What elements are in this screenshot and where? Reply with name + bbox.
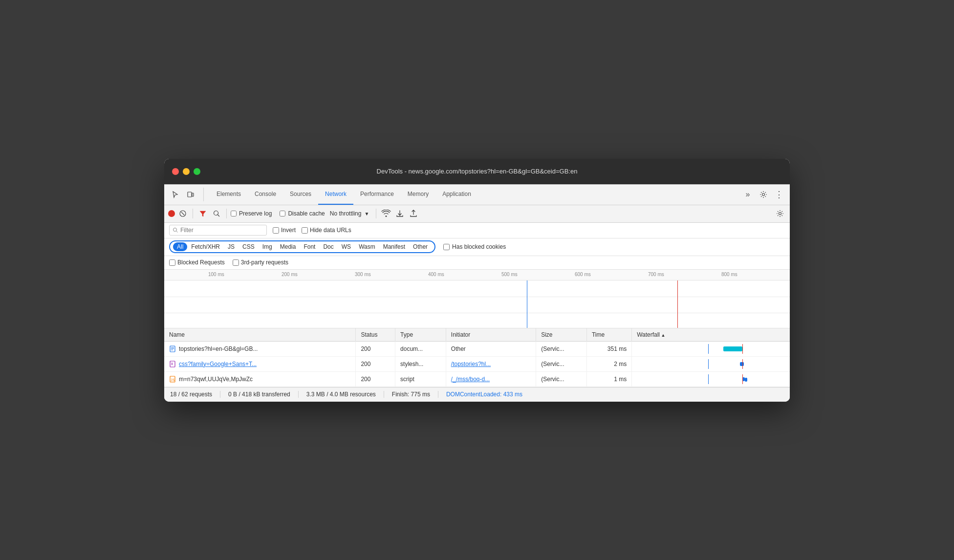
- ruler-tick-8: 800 ms: [721, 272, 737, 277]
- waterfall-cell-1: [637, 344, 764, 354]
- throttle-select[interactable]: No throttling ▼: [327, 209, 372, 218]
- search-icon[interactable]: [211, 208, 222, 219]
- has-blocked-cookies-checkbox[interactable]: [443, 244, 450, 250]
- hide-data-urls-label[interactable]: Hide data URLs: [302, 227, 351, 234]
- preserve-log-label[interactable]: Preserve log: [231, 210, 272, 217]
- disable-cache-checkbox[interactable]: [280, 211, 285, 216]
- window-title: DevTools - news.google.com/topstories?hl…: [377, 168, 578, 175]
- maximize-button[interactable]: [194, 168, 200, 175]
- cursor-icon[interactable]: [168, 188, 182, 201]
- type-btn-fetch-xhr[interactable]: Fetch/XHR: [187, 242, 224, 251]
- more-options-icon[interactable]: ⋮: [772, 188, 786, 201]
- has-blocked-wrap[interactable]: Has blocked cookies: [443, 243, 506, 250]
- type-btn-manifest[interactable]: Manifest: [379, 242, 409, 251]
- type-btn-css[interactable]: CSS: [238, 242, 259, 251]
- row-size-3: (Servic...: [536, 371, 587, 387]
- type-btn-ws[interactable]: WS: [338, 242, 355, 251]
- filter-icon[interactable]: [197, 208, 209, 219]
- filter-input-wrap[interactable]: [169, 225, 267, 236]
- preserve-log-checkbox[interactable]: [231, 211, 237, 216]
- svg-line-4: [181, 212, 184, 215]
- row-size-1: (Servic...: [536, 341, 587, 356]
- more-tabs-icon[interactable]: »: [741, 188, 755, 201]
- record-button[interactable]: [168, 210, 175, 217]
- row-status-2: 200: [356, 356, 395, 371]
- device-toolbar-icon[interactable]: [184, 188, 197, 201]
- third-party-requests-checkbox[interactable]: [233, 259, 239, 266]
- tab-console[interactable]: Console: [248, 184, 283, 205]
- dom-content-loaded-line: [527, 280, 527, 328]
- blocked-requests-checkbox[interactable]: [169, 259, 175, 266]
- tab-performance[interactable]: Performance: [353, 184, 401, 205]
- table-row[interactable]: topstories?hl=en-GB&gl=GB... 200 docum..…: [164, 341, 790, 356]
- svg-point-7: [779, 213, 781, 215]
- svg-rect-0: [188, 192, 192, 197]
- row-initiator-3: /_/mss/boq-d...: [446, 371, 536, 387]
- tab-network[interactable]: Network: [318, 184, 353, 205]
- third-party-requests-label[interactable]: 3rd-party requests: [233, 259, 288, 266]
- tab-elements[interactable]: Elements: [210, 184, 248, 205]
- filter-options: Invert Hide data URLs: [273, 227, 351, 234]
- row-time-3: 1 ms: [586, 371, 631, 387]
- svg-point-2: [762, 194, 765, 196]
- close-button[interactable]: [172, 168, 179, 175]
- col-waterfall[interactable]: Waterfall: [632, 328, 790, 342]
- table-header: Name Status Type Initiator Size Time Wat…: [164, 328, 790, 342]
- col-initiator[interactable]: Initiator: [446, 328, 536, 342]
- tab-bar-icons: [168, 188, 204, 201]
- table-row[interactable]: JS m=n73qwf,UUJqVe,MpJwZc 200 script /_/…: [164, 371, 790, 387]
- row-type-3: script: [395, 371, 446, 387]
- type-btn-img[interactable]: Img: [259, 242, 276, 251]
- req-filter-row: Blocked Requests 3rd-party requests: [164, 256, 790, 270]
- minimize-button[interactable]: [183, 168, 190, 175]
- row-name-3: JS m=n73qwf,UUJqVe,MpJwZc: [169, 376, 335, 383]
- svg-rect-14: [170, 361, 175, 367]
- disable-cache-label[interactable]: Disable cache: [280, 210, 325, 217]
- wf-bar-extra: [745, 378, 747, 382]
- hide-data-urls-checkbox[interactable]: [302, 227, 308, 234]
- settings-icon[interactable]: [757, 188, 770, 201]
- tab-memory[interactable]: Memory: [401, 184, 435, 205]
- filter-input[interactable]: [180, 227, 259, 234]
- type-btn-media[interactable]: Media: [276, 242, 300, 251]
- table-row[interactable]: css?family=Google+Sans+T... 200 stylesh.…: [164, 356, 790, 371]
- devtools-window: DevTools - news.google.com/topstories?hl…: [164, 159, 790, 402]
- toolbar: Preserve log Disable cache No throttling…: [164, 205, 790, 223]
- type-btn-doc[interactable]: Doc: [319, 242, 337, 251]
- invert-label[interactable]: Invert: [273, 227, 296, 234]
- svg-rect-1: [192, 193, 194, 196]
- type-btn-js[interactable]: JS: [224, 242, 238, 251]
- col-status[interactable]: Status: [356, 328, 395, 342]
- invert-checkbox[interactable]: [273, 227, 279, 234]
- blocked-requests-label[interactable]: Blocked Requests: [169, 259, 225, 266]
- col-name[interactable]: Name: [164, 328, 356, 342]
- tab-application[interactable]: Application: [435, 184, 478, 205]
- export-har-icon[interactable]: [408, 208, 419, 219]
- col-size[interactable]: Size: [536, 328, 587, 342]
- type-filter-wrap: All Fetch/XHR JS CSS Img Media Font Doc …: [169, 240, 435, 253]
- ruler-tick-7: 700 ms: [648, 272, 664, 277]
- table-body: topstories?hl=en-GB&gl=GB... 200 docum..…: [164, 341, 790, 387]
- type-btn-all[interactable]: All: [173, 242, 187, 251]
- waterfall-cell-3: [637, 374, 764, 384]
- type-btn-font[interactable]: Font: [300, 242, 319, 251]
- type-filter-row: All Fetch/XHR JS CSS Img Media Font Doc …: [164, 238, 790, 256]
- network-table-container[interactable]: Name Status Type Initiator Size Time Wat…: [164, 328, 790, 387]
- import-har-icon[interactable]: [394, 208, 406, 219]
- toolbar-divider-3: [376, 209, 376, 218]
- status-transferred: 0 B / 418 kB transferred: [228, 391, 299, 398]
- titlebar: DevTools - news.google.com/topstories?hl…: [164, 159, 790, 184]
- network-settings-icon[interactable]: [774, 208, 786, 219]
- status-requests: 18 / 62 requests: [170, 391, 220, 398]
- type-btn-wasm[interactable]: Wasm: [355, 242, 379, 251]
- col-type[interactable]: Type: [395, 328, 446, 342]
- row-time-2: 2 ms: [586, 356, 631, 371]
- tab-sources[interactable]: Sources: [283, 184, 318, 205]
- timeline-graph: [164, 280, 790, 328]
- type-btn-other[interactable]: Other: [409, 242, 432, 251]
- ruler-tick-6: 600 ms: [575, 272, 591, 277]
- toolbar-divider-1: [193, 209, 193, 218]
- clear-icon[interactable]: [177, 208, 189, 219]
- network-conditions-icon[interactable]: [380, 208, 392, 219]
- col-time[interactable]: Time: [586, 328, 631, 342]
